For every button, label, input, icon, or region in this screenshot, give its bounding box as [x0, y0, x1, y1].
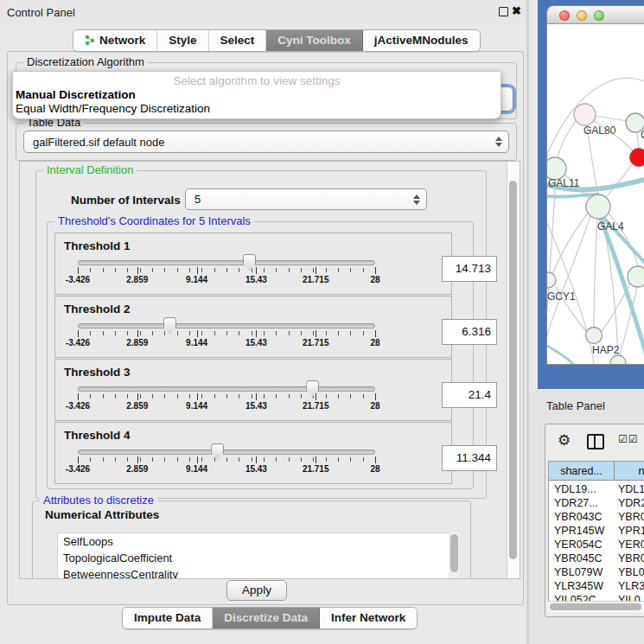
threshold-3-box: Threshold 3 -3.426 2.859 9.144 15.43 21.…: [54, 359, 452, 421]
threshold-2-slider-track[interactable]: [78, 323, 375, 328]
threshold-4-value-field[interactable]: 11.344: [442, 445, 497, 471]
zoom-traffic-icon[interactable]: [594, 10, 604, 21]
combobox-arrows-icon: [495, 137, 502, 147]
node-table[interactable]: shared... na YDL19...YDL1 YDR27...YDR2 Y…: [548, 461, 644, 603]
table-panel: Table Panel ⚙ ☑☑ shared... na YDL19...YD…: [529, 391, 644, 644]
table-data-group: Table Data galFiltered.sif default node: [16, 123, 517, 161]
node-label-partial-ga: GA: [641, 129, 644, 141]
attributes-list-scrollbar[interactable]: [449, 532, 460, 579]
table-row[interactable]: YBR043CYBR0: [549, 510, 644, 524]
apply-button[interactable]: Apply: [226, 580, 287, 601]
close-traffic-icon[interactable]: [559, 10, 570, 21]
number-of-intervals-label: Number of Intervals: [71, 194, 181, 207]
top-tabbar: Network Style Select Cyni Toolbox jActiv…: [73, 29, 481, 52]
threshold-1-box: Threshold 1 -3.426 2.859 9.144 15.43 21.…: [54, 233, 452, 295]
table-row[interactable]: YDR27...YDR2: [549, 496, 644, 510]
attributes-group-title: Attributes to discretize: [40, 494, 157, 507]
network-window-titlebar[interactable]: [547, 6, 644, 24]
bottom-tabbar: Impute Data Discretize Data Infer Networ…: [122, 607, 418, 629]
attributes-group: Attributes to discretize Numerical Attri…: [32, 501, 471, 579]
checkboxes-icon[interactable]: ☑☑: [618, 433, 639, 445]
table-row[interactable]: YER054CYER0: [549, 538, 644, 552]
table-row[interactable]: YBR045CYBR0: [549, 552, 644, 565]
node-label-gal80: GAL80: [583, 124, 616, 137]
list-item[interactable]: TopologicalCoefficient: [58, 550, 449, 566]
numerical-attributes-list[interactable]: SelfLoops TopologicalCoefficient Between…: [57, 532, 450, 579]
close-icon[interactable]: ✖: [512, 4, 521, 17]
threshold-3-slider-track[interactable]: [78, 386, 375, 392]
node-label-gal11: GAL11: [548, 177, 580, 189]
threshold-1-slider-track[interactable]: [78, 260, 375, 265]
table-data-combobox[interactable]: galFiltered.sif default node: [23, 131, 509, 153]
minimize-traffic-icon[interactable]: [577, 10, 587, 21]
threshold-3-value-field[interactable]: 21.4: [442, 382, 497, 408]
dropdown-placeholder: Select algorithm to view settings: [13, 74, 501, 87]
tab-infer-network[interactable]: Infer Network: [320, 608, 417, 628]
network-canvas[interactable]: GAL80 GA C GAL11 GAL4 GCY1 H HAP2: [547, 24, 644, 364]
tab-impute-data[interactable]: Impute Data: [123, 608, 213, 628]
numerical-attributes-label: Numerical Attributes: [45, 508, 159, 521]
table-row[interactable]: YDL19...YDL1: [549, 482, 644, 496]
threshold-2-value-field[interactable]: 6.316: [442, 319, 497, 345]
tab-cyni-toolbox[interactable]: Cyni Toolbox: [266, 30, 363, 51]
tab-network[interactable]: Network: [73, 30, 157, 51]
algorithm-dropdown-popup: Select algorithm to view settings Manual…: [12, 71, 501, 119]
thresholds-group-title: Threshold's Coordinates for 5 Intervals: [54, 214, 254, 227]
discretization-algorithm-title: Discretization Algorithm: [23, 55, 148, 68]
settings-scroll-area: Interval Definition Number of Intervals …: [19, 161, 520, 579]
network-icon: [85, 35, 95, 46]
threshold-4-slider-track[interactable]: [78, 450, 375, 455]
tab-discretize-data[interactable]: Discretize Data: [213, 608, 320, 628]
spinner-arrows-icon: [413, 194, 420, 205]
threshold-4-box: Threshold 4 -3.426 2.859 9.144 15.43 21.…: [54, 422, 452, 484]
network-node-gal80[interactable]: [574, 104, 596, 125]
screen: Control Panel ✖ Network Style Select Cyn…: [0, 0, 644, 644]
node-label-gcy1: GCY1: [547, 290, 576, 303]
threshold-1-value-field[interactable]: 14.713: [442, 256, 497, 282]
tab-jactivemnodules[interactable]: jActiveMNodules: [363, 30, 480, 51]
table-panel-window: ⚙ ☑☑ shared... na YDL19...YDL1 YDR27...Y…: [545, 424, 644, 617]
node-label-gal4: GAL4: [597, 220, 624, 233]
table-panel-title: Table Panel: [546, 399, 605, 412]
thresholds-group: Threshold's Coordinates for 5 Intervals …: [47, 221, 474, 489]
table-row[interactable]: YLR345WYLR3: [549, 579, 644, 593]
column-header-name[interactable]: na: [615, 462, 644, 481]
panel-title: Control Panel: [7, 6, 75, 19]
columns-icon[interactable]: [587, 434, 604, 450]
network-node-selected-red[interactable]: [630, 149, 644, 167]
list-item[interactable]: SelfLoops: [58, 533, 449, 550]
dropdown-option-equal-width[interactable]: Equal Width/Frequency Discretization: [16, 102, 210, 115]
table-row[interactable]: YBL079WYBL0: [549, 565, 644, 579]
gear-icon[interactable]: ⚙: [558, 431, 571, 450]
threshold-2-box: Threshold 2 -3.426 2.859 9.144 15.43 21.…: [54, 296, 452, 358]
column-header-shared[interactable]: shared...: [549, 462, 615, 481]
table-row[interactable]: YPR145WYPR1: [549, 524, 644, 538]
number-of-intervals-spinner[interactable]: 5: [185, 188, 427, 210]
slider-minor-ticks: [78, 331, 376, 335]
interval-definition-group: Interval Definition Number of Intervals …: [35, 170, 487, 499]
dropdown-option-manual-discretization[interactable]: Manual Discretization: [16, 88, 136, 101]
network-nodes[interactable]: [547, 113, 644, 364]
tab-select[interactable]: Select: [209, 30, 267, 51]
network-view-frame: GAL80 GA C GAL11 GAL4 GCY1 H HAP2: [538, 0, 644, 389]
slider-minor-ticks: [78, 268, 376, 272]
network-window: GAL80 GA C GAL11 GAL4 GCY1 H HAP2: [546, 5, 644, 365]
table-horizontal-scrollbar[interactable]: [548, 601, 644, 612]
slider-minor-ticks: [78, 394, 376, 399]
list-item[interactable]: BetweennessCentrality: [58, 566, 449, 579]
node-label-hap2: HAP2: [592, 344, 620, 356]
settings-scrollbar[interactable]: [507, 162, 520, 578]
slider-minor-ticks: [78, 457, 376, 462]
float-window-icon[interactable]: [499, 7, 508, 16]
interval-definition-title: Interval Definition: [43, 163, 137, 176]
network-graph: GAL80 GA C GAL11 GAL4 GCY1 H HAP2: [547, 24, 644, 364]
tab-style[interactable]: Style: [157, 30, 208, 51]
control-panel-titlebar: Control Panel ✖: [0, 0, 527, 24]
settings-scrollbar-thumb[interactable]: [509, 181, 517, 559]
